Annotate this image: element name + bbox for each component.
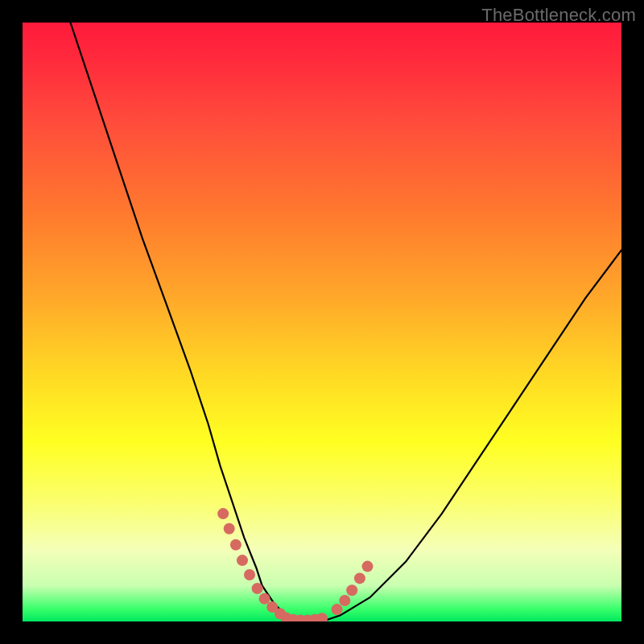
curve-marker	[252, 583, 263, 594]
curve-marker	[237, 555, 248, 566]
marker-group-right	[332, 561, 374, 616]
marker-group-left	[217, 508, 286, 619]
watermark-text: TheBottleneck.com	[481, 5, 636, 26]
chart-frame: TheBottleneck.com	[0, 0, 644, 644]
plot-area	[23, 23, 621, 621]
bottleneck-curve-path	[71, 23, 622, 621]
curve-marker	[224, 523, 235, 535]
curve-marker	[244, 569, 255, 580]
curve-marker	[259, 593, 270, 605]
curve-marker	[316, 613, 328, 621]
curve-marker	[332, 604, 343, 615]
curve-marker	[339, 595, 350, 606]
curve-marker	[362, 561, 374, 572]
curve-marker	[354, 572, 365, 584]
bottleneck-curve-svg	[23, 23, 621, 621]
marker-group-bottom	[280, 613, 328, 622]
curve-marker	[217, 508, 229, 519]
curve-marker	[346, 584, 357, 596]
curve-marker	[230, 539, 242, 551]
